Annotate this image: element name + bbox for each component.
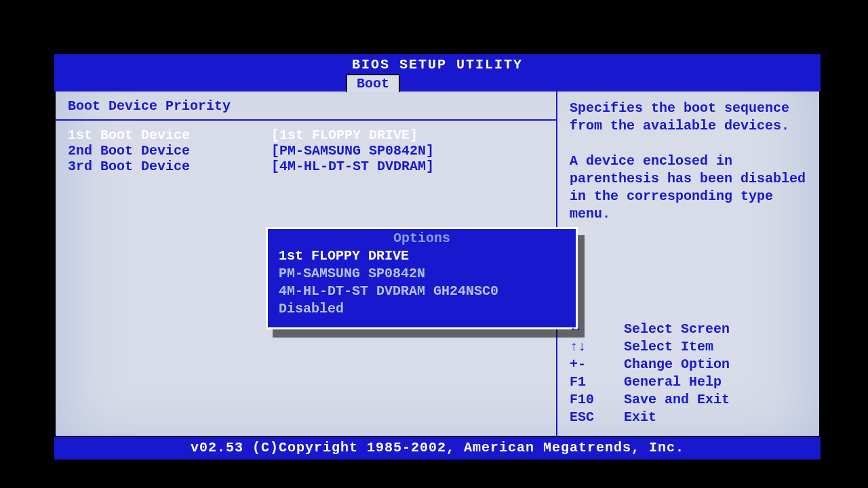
help-key: ESC <box>570 409 624 426</box>
bios-screen: BIOS SETUP UTILITY Boot Boot Device Prio… <box>54 54 821 454</box>
help-action: Change Option <box>624 356 730 373</box>
help-key: ↔ <box>570 321 624 338</box>
tab-boot[interactable]: Boot <box>346 74 400 92</box>
main-frame: Boot Device Priority 1st Boot Device [1s… <box>54 92 821 437</box>
help-row: ↑↓ Select Item <box>570 338 812 356</box>
boot-value: [PM-SAMSUNG SP0842N] <box>271 143 544 159</box>
help-row: ↔ Select Screen <box>570 321 812 338</box>
help-pane: Specifies the boot sequence from the ava… <box>557 92 819 436</box>
help-key: ↑↓ <box>570 338 624 356</box>
help-key: +- <box>570 356 624 373</box>
boot-value: [1st FLOPPY DRIVE] <box>271 127 544 143</box>
help-key: F1 <box>570 373 624 391</box>
left-right-arrow-icon: ↔ <box>570 321 582 338</box>
help-action: Select Screen <box>624 321 730 338</box>
option-item-2[interactable]: PM-SAMSUNG SP0842N <box>268 265 576 283</box>
left-pane: Boot Device Priority 1st Boot Device [1s… <box>56 92 557 436</box>
up-down-arrow-icon: ↑↓ <box>570 338 582 356</box>
option-item-3[interactable]: 4M-HL-DT-ST DVDRAM GH24NSC0 <box>268 283 576 300</box>
section-divider <box>56 119 556 121</box>
tab-label: Boot <box>357 76 389 92</box>
footer-text: v02.53 (C)Copyright 1985-2002, American … <box>191 440 684 455</box>
option-label: 4M-HL-DT-ST DVDRAM GH24NSC0 <box>279 283 498 299</box>
boot-device-row-3[interactable]: 3rd Boot Device [4M-HL-DT-ST DVDRAM] <box>68 159 544 174</box>
help-action: Select Item <box>624 338 713 356</box>
help-row: F1 General Help <box>570 373 812 391</box>
boot-label: 2nd Boot Device <box>68 143 271 159</box>
boot-device-row-1[interactable]: 1st Boot Device [1st FLOPPY DRIVE] <box>68 127 544 143</box>
title-bar: BIOS SETUP UTILITY <box>54 54 821 74</box>
help-row: ESC Exit <box>570 409 812 426</box>
tab-row: Boot <box>54 74 821 92</box>
option-item-1[interactable]: 1st FLOPPY DRIVE <box>268 247 576 265</box>
help-keys: ↔ Select Screen ↑↓ Select Item +- Change… <box>570 321 812 426</box>
help-row: +- Change Option <box>570 356 812 373</box>
boot-label: 3rd Boot Device <box>68 159 271 174</box>
help-row: F10 Save and Exit <box>570 391 812 409</box>
section-title: Boot Device Priority <box>56 92 556 119</box>
option-label: Disabled <box>279 301 344 317</box>
footer-bar: v02.53 (C)Copyright 1985-2002, American … <box>54 437 821 460</box>
boot-label: 1st Boot Device <box>68 127 271 143</box>
boot-device-row-2[interactable]: 2nd Boot Device [PM-SAMSUNG SP0842N] <box>68 143 544 159</box>
option-label: PM-SAMSUNG SP0842N <box>279 266 425 281</box>
bios-title: BIOS SETUP UTILITY <box>352 57 523 73</box>
option-item-4[interactable]: Disabled <box>268 300 576 318</box>
options-popup-title: Options <box>268 229 576 247</box>
help-action: General Help <box>624 373 722 391</box>
help-key: F10 <box>570 391 624 409</box>
boot-value: [4M-HL-DT-ST DVDRAM] <box>271 159 544 174</box>
option-label: 1st FLOPPY DRIVE <box>279 248 409 264</box>
help-action: Exit <box>624 409 656 426</box>
options-popup: Options 1st FLOPPY DRIVE PM-SAMSUNG SP08… <box>266 227 578 329</box>
help-description: Specifies the boot sequence from the ava… <box>570 100 810 223</box>
boot-device-list: 1st Boot Device [1st FLOPPY DRIVE] 2nd B… <box>56 125 556 177</box>
help-action: Save and Exit <box>624 391 730 409</box>
